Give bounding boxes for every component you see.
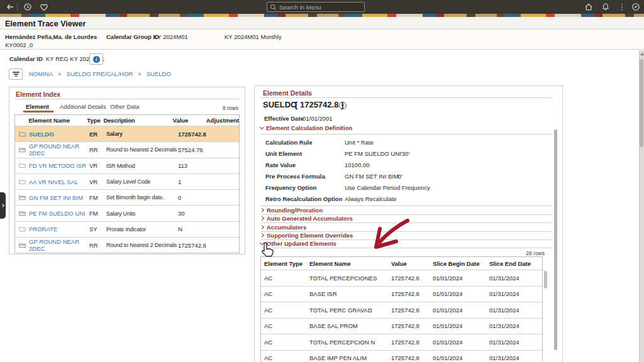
element-description: ISR Method — [106, 163, 178, 169]
chevron-right-icon — [260, 208, 264, 212]
page-title: Element Trace Viewer — [5, 19, 86, 28]
element-name-link[interactable]: AA VR NIVEL SAL — [29, 178, 89, 185]
cell-end-date: 01/31/2024 — [489, 307, 542, 314]
cell-type: AC — [261, 307, 309, 314]
section-rounding-proration[interactable]: Rounding/Proration — [260, 206, 552, 214]
section-auto-generated-accumulators[interactable]: Auto Generated Accumulators — [260, 214, 552, 223]
table-row[interactable]: GP ROUND NEAR 2DEC RR Round to Nearest 2… — [15, 237, 239, 253]
element-index-row-count: 8 rows — [223, 105, 238, 111]
tab-element[interactable]: Element — [26, 103, 49, 110]
element-type: FM — [89, 210, 106, 217]
global-search-box[interactable] — [267, 2, 365, 12]
table-row: AC BASE SAL PROM 1725742.8 01/01/2024 01… — [261, 318, 542, 334]
cell-value: 1725742.8 — [391, 354, 433, 361]
scroll-up-arrow-icon[interactable] — [640, 53, 644, 55]
cell-end-date: 01/31/2024 — [489, 339, 542, 346]
col-slice-end: Slice End Date — [489, 260, 542, 267]
element-name-link[interactable]: PRORATE — [29, 226, 89, 233]
top-navigation-bar: ⋮ — [0, 0, 644, 14]
home-icon[interactable] — [584, 2, 594, 12]
col-element-name: Element Name — [309, 260, 391, 267]
section-title: Auto Generated Accumulators — [267, 215, 353, 222]
info-icon: i — [93, 56, 100, 63]
table-row[interactable]: GN FM SET INI BIM FM Set Bimonth begin d… — [15, 189, 239, 205]
page-scrollbar[interactable] — [639, 50, 644, 362]
title-divider — [260, 97, 552, 98]
element-name-link[interactable]: GP ROUND NEAR 2DEC — [29, 238, 89, 252]
field-label: Frequency Option — [265, 184, 316, 191]
related-content-handle[interactable] — [0, 192, 6, 219]
breadcrumb-item-sueldo-fre[interactable]: SUELDO FRE/CAL/HOR — [67, 70, 133, 77]
table-scrollbar-thumb[interactable] — [544, 271, 547, 288]
calendar-group-label: Calendar Group ID — [106, 33, 159, 40]
active-tab-underline — [23, 111, 53, 112]
notifications-bell-icon[interactable] — [601, 2, 611, 12]
page-scrollbar-thumb[interactable] — [640, 59, 643, 147]
element-name-link[interactable]: GN FM SET INI BIM — [29, 194, 89, 201]
cell-name: TOTAL PERC GRAVAD — [309, 307, 391, 314]
cell-value: 1725742.8 — [391, 322, 433, 329]
section-other-updated-elements[interactable]: Other Updated Elements — [260, 239, 552, 248]
topbar-divider — [17, 3, 18, 11]
cell-end-date: 01/31/2024 — [489, 290, 542, 297]
unit-element-link[interactable]: PE FM SUELDO UNI — [345, 150, 401, 157]
element-name-link[interactable]: PE FM SUELDO UNI — [29, 210, 89, 217]
element-name-link[interactable]: FD VR METODO ISR — [29, 162, 89, 169]
cell-name: BASE ISR — [309, 290, 391, 297]
field-label: Rate Value — [265, 162, 296, 168]
panel-scrollbar[interactable] — [554, 129, 557, 350]
table-row[interactable]: SUELDO ER Salary 1725742.8 — [15, 126, 239, 141]
pre-process-formula-link[interactable]: GN FM SET INI BIM — [345, 173, 399, 180]
calendar-info-button[interactable]: i — [89, 53, 103, 65]
cell-name: BASE SAL PROM — [309, 322, 391, 329]
table-row[interactable]: PE FM SUELDO UNI FM Salary Units 30 — [15, 205, 239, 221]
section-divider — [260, 134, 552, 134]
section-supporting-element-overrides[interactable]: Supporting Element Overrides — [260, 231, 552, 240]
breadcrumb-item-sueldo[interactable]: SUELDO — [147, 70, 171, 77]
search-input[interactable] — [279, 4, 355, 11]
field-note: '0' — [397, 173, 402, 180]
element-name-link[interactable]: GP ROUND NEAR 2DEC — [29, 143, 89, 156]
calc-definition-section-header[interactable]: Element Calculation Definition — [260, 124, 352, 131]
tab-other-data[interactable]: Other Data — [110, 103, 139, 110]
favorites-heart-icon[interactable] — [39, 2, 49, 12]
element-name-link[interactable]: SUELDO — [29, 131, 89, 138]
chevron-right-icon — [260, 233, 264, 238]
table-row[interactable]: PRORATE SY Prorate Indicator N — [15, 221, 239, 237]
table-row[interactable]: GP ROUND NEAR 2DEC RR Round to Nearest 2… — [15, 141, 239, 157]
element-description: Prorate Indicator — [106, 226, 178, 233]
table-row[interactable]: FD VR METODO ISR VR ISR Method 113 — [15, 158, 239, 173]
related-filter-button[interactable] — [9, 69, 23, 80]
col-element-type: Element Type — [261, 260, 309, 267]
field-note: '30' — [401, 150, 409, 157]
element-description: Salary — [106, 131, 178, 137]
related-actions-icon[interactable] — [339, 102, 347, 109]
element-type: RR — [89, 146, 106, 153]
drilldown-folder-icon — [15, 195, 29, 200]
drilldown-folder-icon — [15, 179, 29, 185]
col-slice-begin: Slice Begin Date — [433, 260, 489, 267]
tab-additional-details[interactable]: Additional Details — [60, 103, 106, 110]
back-icon[interactable] — [5, 2, 15, 12]
breadcrumb-item-nomina[interactable]: NOMINA — [29, 70, 53, 77]
drilldown-folder-icon — [15, 211, 29, 216]
cell-name: TOTAL PERCEPCION N — [309, 339, 391, 346]
col-description: Description — [103, 117, 172, 124]
element-description: Round to Nearest 2 Decimals — [106, 146, 178, 153]
actions-menu-icon[interactable]: ⋮ — [617, 2, 627, 12]
section-accumulators[interactable]: Accumulators — [260, 222, 552, 231]
element-type: FM — [89, 194, 106, 201]
cell-begin-date: 01/01/2024 — [433, 290, 489, 297]
updated-elements-row-count: 28 rows — [526, 250, 545, 256]
search-icon — [270, 4, 277, 11]
col-element-name: Element Name — [28, 117, 87, 124]
table-row[interactable]: AA VR NIVEL SAL VR Salary Level Code 1 — [15, 173, 239, 189]
recents-clock-icon[interactable] — [23, 2, 33, 12]
drilldown-folder-icon — [15, 147, 29, 153]
cell-end-date: 01/31/2024 — [489, 275, 542, 282]
updated-elements-table: Element Type Element Name Value Slice Be… — [260, 256, 543, 362]
navbar-compass-icon[interactable] — [631, 2, 641, 12]
table-row: AC TOTAL PERCEPCIONES 1725742.8 01/01/20… — [261, 270, 542, 286]
breadcrumb-separator: > — [58, 70, 62, 77]
element-index-panel: Element Index Element Additional Details… — [9, 87, 245, 255]
